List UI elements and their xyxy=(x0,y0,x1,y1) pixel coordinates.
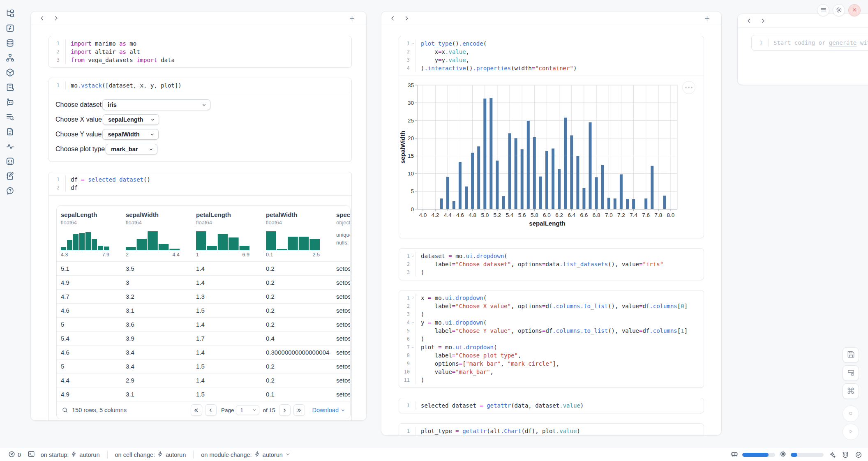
column-header[interactable]: speciesobjectuniquenulls: xyxy=(332,211,350,258)
marimo-notebook-app: 123import marimo as moimport altair as a… xyxy=(0,0,868,461)
sidebar-snippets-icon[interactable] xyxy=(4,155,16,167)
connection-status-button[interactable] xyxy=(854,450,863,459)
download-button[interactable]: Download xyxy=(312,407,346,413)
stop-all-cells-button[interactable] xyxy=(843,406,859,422)
table-row: 4.931.40.2setosa xyxy=(57,275,350,289)
column-header xyxy=(738,14,868,28)
first-page-button[interactable] xyxy=(191,404,202,416)
sidebar-file-tree-icon[interactable] xyxy=(4,7,16,19)
bar-chart[interactable]: 4.04.24.44.64.85.05.25.45.65.86.06.26.46… xyxy=(399,78,704,232)
code-line: plot = mo.ui.dropdown( xyxy=(421,343,704,351)
code-editor[interactable]: 1mo.vstack([dataset, x, y, plot]) xyxy=(49,78,351,93)
sidebar-bot-icon[interactable] xyxy=(4,96,16,108)
code-editor[interactable]: 1Start coding or generate with AI xyxy=(752,35,868,50)
column-header[interactable]: petalLengthfloat6416.9 xyxy=(192,211,262,258)
column-header[interactable]: sepalLengthfloat644.37.9 xyxy=(57,211,122,258)
chart-actions-menu-button[interactable] xyxy=(682,81,695,94)
last-page-button[interactable] xyxy=(293,404,305,416)
run-all-cells-button[interactable] xyxy=(843,424,859,440)
terminal-button[interactable] xyxy=(24,449,38,461)
on-cell-change-setting[interactable]: on cell change: autorun xyxy=(113,449,189,460)
sidebar-activity-icon[interactable] xyxy=(4,140,16,152)
code-line: ) xyxy=(421,310,704,318)
column-header[interactable]: sepalWidthfloat6424.4 xyxy=(122,211,192,258)
code-line: x=x.value, xyxy=(421,48,704,56)
svg-text:15: 15 xyxy=(408,153,414,159)
code-editor[interactable]: 1234567891011x = mo.ui.dropdown( label="… xyxy=(399,290,704,387)
notebook-cell: 1selected_dataset = getattr(data, datase… xyxy=(399,398,704,413)
choose-x-value-select[interactable]: sepalLength xyxy=(103,114,159,125)
table-cell: 1.5 xyxy=(192,307,262,314)
sidebar-database-icon[interactable] xyxy=(4,37,16,49)
code-editor[interactable]: 12df = selected_dataset()df xyxy=(49,172,351,195)
code-editor[interactable]: 123import marimo as moimport altair as a… xyxy=(49,36,351,67)
column-back-button[interactable] xyxy=(743,15,754,26)
sidebar-scroll-text-icon[interactable] xyxy=(4,81,16,93)
keyboard-shortcuts-button[interactable] xyxy=(843,383,859,399)
svg-text:4.4: 4.4 xyxy=(444,212,452,218)
shutdown-button[interactable] xyxy=(848,4,861,16)
search-icon[interactable] xyxy=(62,407,68,413)
column-forward-button[interactable] xyxy=(401,13,412,23)
table-cell: 1.7 xyxy=(192,335,262,342)
copilot-button[interactable] xyxy=(841,450,850,459)
ai-assistant-button[interactable] xyxy=(828,450,837,459)
table-cell: 3.4 xyxy=(122,363,192,370)
choose-dataset-select[interactable]: iris xyxy=(102,99,210,110)
sidebar-network-icon[interactable] xyxy=(4,51,16,64)
on-startup-setting[interactable]: on startup: autorun xyxy=(38,449,102,460)
previous-page-button[interactable] xyxy=(205,404,217,416)
notebook-menu-button[interactable] xyxy=(817,4,829,16)
sidebar-notebook-pen-icon[interactable] xyxy=(4,170,16,182)
svg-text:4.6: 4.6 xyxy=(456,212,464,218)
code-line: import marimo as mo xyxy=(71,39,351,48)
code-editor[interactable]: 1selected_dataset = getattr(data, datase… xyxy=(399,398,704,413)
circle-x-icon xyxy=(8,451,15,459)
code-line: ) xyxy=(421,268,704,277)
column-name: sepalLength xyxy=(61,211,122,218)
table-cell: 0.4 xyxy=(262,335,332,342)
table-cell: 0.2 xyxy=(262,377,332,384)
sidebar-function-square-icon[interactable] xyxy=(4,22,16,34)
choose-plot-type-select[interactable]: mark_bar xyxy=(106,144,157,154)
sidebar-file-document-icon[interactable] xyxy=(4,125,16,138)
errors-indicator[interactable]: 0 xyxy=(5,449,24,461)
column-back-button[interactable] xyxy=(37,13,47,23)
editor-placeholder: Start coding or generate with AI xyxy=(773,39,868,47)
add-column-button[interactable] xyxy=(346,13,357,23)
svg-text:5.0: 5.0 xyxy=(481,212,489,218)
settings-button[interactable] xyxy=(833,4,845,16)
table-cell: 4.6 xyxy=(57,349,122,356)
choose-y-value-select[interactable]: sepalWidth xyxy=(102,129,159,140)
page-select[interactable]: 1 xyxy=(236,405,259,415)
sidebar-package-icon[interactable] xyxy=(4,66,16,78)
column-forward-button[interactable] xyxy=(757,15,768,26)
line-number-gutter: 1234567891011 xyxy=(399,294,416,384)
table-header-row: sepalLengthfloat644.37.9sepalWidthfloat6… xyxy=(57,206,350,261)
column-header[interactable]: petalWidthfloat640.12.5 xyxy=(262,211,332,258)
cpu-usage-bar xyxy=(791,453,824,457)
sidebar-log-search-icon[interactable] xyxy=(4,111,16,123)
code-editor[interactable]: 1234plot_type().encode( x=x.value, y=y.v… xyxy=(399,36,704,76)
svg-text:sepalWidth: sepalWidth xyxy=(399,131,406,164)
code-line: ) xyxy=(421,335,704,343)
table-cell: 0.2 xyxy=(262,293,332,300)
save-notebook-button[interactable] xyxy=(843,347,859,363)
code-editor[interactable]: 1plot_type = getattr(alt.Chart(df), plot… xyxy=(399,424,704,436)
layout-toggle-button[interactable] xyxy=(843,365,859,381)
close-icon xyxy=(852,7,857,14)
column-back-button[interactable] xyxy=(387,13,398,23)
generate-with-ai-link[interactable]: generate xyxy=(829,39,856,46)
sidebar-help-circle-icon[interactable] xyxy=(4,184,16,197)
table-cell: 4.9 xyxy=(57,279,122,286)
add-column-button[interactable] xyxy=(702,13,712,23)
table-cell: setosa xyxy=(332,321,350,328)
code-editor[interactable]: 123dataset = mo.ui.dropdown( label="Choo… xyxy=(399,249,704,280)
table-cell: 4.4 xyxy=(57,377,122,384)
column-name: petalLength xyxy=(196,211,262,218)
line-number-gutter: 1 xyxy=(752,39,769,47)
svg-text:4.8: 4.8 xyxy=(469,212,476,218)
on-module-change-setting[interactable]: on module change: autorun xyxy=(199,449,293,460)
column-forward-button[interactable] xyxy=(51,13,61,23)
next-page-button[interactable] xyxy=(279,404,291,416)
